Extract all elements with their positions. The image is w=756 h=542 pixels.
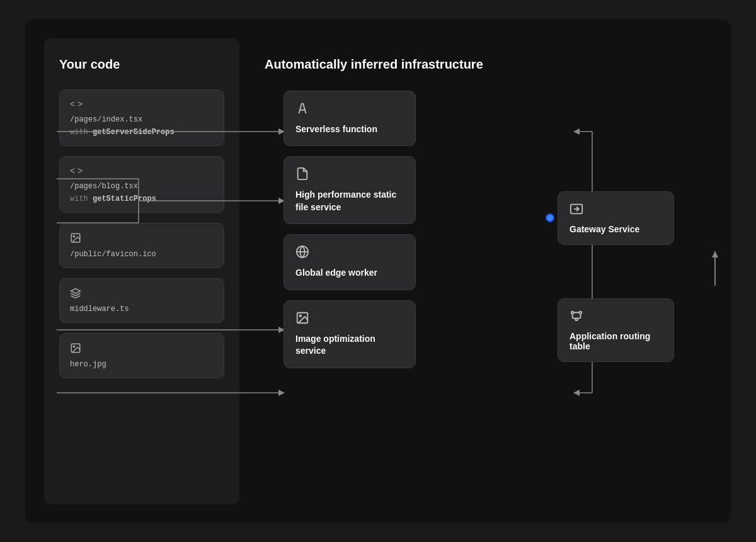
code-with-1: with getServerSideProps (70, 128, 214, 137)
image-opt-icon (295, 311, 404, 328)
infra-card-edge-worker: Global edge worker (284, 234, 416, 290)
svg-point-40 (571, 311, 574, 313)
svg-marker-22 (573, 128, 580, 135)
svg-marker-32 (712, 251, 718, 257)
routing-card: Application routing table (558, 298, 674, 362)
svg-marker-16 (278, 390, 285, 396)
code-card-middleware: middleware.ts (59, 278, 224, 323)
svg-marker-2 (71, 288, 81, 293)
image-icon-3 (70, 232, 214, 246)
code-with-2: with getStaticProps (70, 195, 214, 203)
code-icon-1: < > (70, 99, 214, 109)
infra-cards-column: Serverless function High performance sta… (284, 91, 416, 369)
with-bold-1: getServerSideProps (93, 128, 175, 137)
infra-card-serverless-label: Serverless function (295, 123, 404, 136)
infra-card-image-opt: Image optimization service (284, 300, 416, 368)
lambda-icon (295, 101, 404, 118)
layers-icon-4 (70, 288, 214, 301)
main-container: Your code < > /pages/index.tsx with getS… (25, 20, 731, 523)
code-card-pages-blog: < > /pages/blog.tsx with getStaticProps (59, 156, 224, 213)
gateway-card: Gateway Service (558, 191, 674, 245)
right-panel-title: Automatically inferred infrastructure (265, 57, 693, 72)
svg-marker-27 (573, 390, 580, 396)
left-panel-title: Your code (59, 57, 224, 72)
code-card-hero: hero.jpg (59, 333, 224, 378)
code-path-1: /pages/index.tsx (70, 115, 214, 124)
left-panel: Your code < > /pages/index.tsx with getS… (44, 38, 239, 504)
code-icon-2: < > (70, 166, 214, 176)
file-icon (295, 167, 404, 184)
code-path-2: /pages/blog.tsx (70, 182, 214, 191)
connector-dot (546, 213, 554, 222)
code-path-4: middleware.ts (70, 305, 214, 313)
infra-card-serverless: Serverless function (284, 91, 416, 147)
infra-area: Serverless function High performance sta… (265, 91, 693, 485)
svg-point-41 (580, 311, 582, 313)
code-card-pages-index: < > /pages/index.tsx with getServerSideP… (59, 89, 224, 146)
code-card-favicon: /public/favicon.ico (59, 223, 224, 268)
code-path-3: /public/favicon.ico (70, 250, 214, 259)
gateway-label: Gateway Service (570, 224, 662, 234)
svg-point-37 (299, 315, 301, 317)
svg-point-1 (73, 235, 74, 237)
with-text-2: with (70, 195, 93, 203)
globe-icon (295, 245, 404, 262)
infra-card-static-label: High performance static file service (295, 189, 404, 213)
with-text-1: with (70, 128, 93, 137)
image-icon-5 (70, 342, 214, 356)
routing-icon (570, 309, 662, 326)
gateway-icon (570, 202, 662, 219)
code-path-5: hero.jpg (70, 360, 214, 369)
infra-card-static-file: High performance static file service (284, 156, 416, 224)
with-bold-2: getStaticProps (93, 195, 156, 203)
infra-card-image-label: Image optimization service (295, 333, 404, 358)
routing-label: Application routing table (570, 331, 662, 351)
infra-card-edge-label: Global edge worker (295, 267, 404, 279)
right-panel: Automatically inferred infrastructure (239, 38, 712, 504)
svg-point-4 (73, 346, 74, 347)
